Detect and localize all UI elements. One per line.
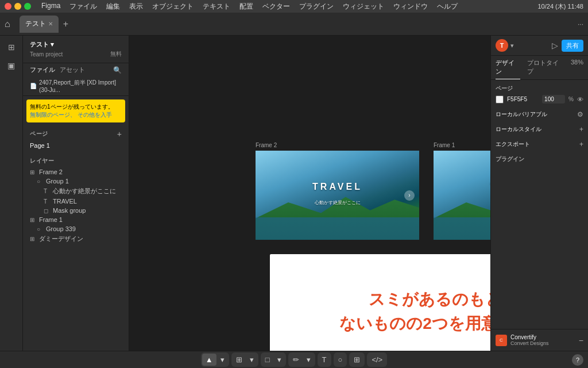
user-avatar[interactable]: T	[496, 39, 508, 52]
code-tool[interactable]: </>	[368, 354, 386, 366]
local-var-icon[interactable]: ⚙	[577, 110, 583, 118]
convertify-plugin: C Convertify Convert Designs −	[496, 334, 583, 346]
component-tool[interactable]: ⊞	[350, 354, 363, 366]
page-1-item[interactable]: Page 1	[30, 141, 122, 150]
layer-frame2-name: Frame 2	[39, 168, 122, 175]
tab-close-icon[interactable]: ✕	[48, 21, 53, 27]
shape-tool-group: □ ▾	[261, 352, 286, 367]
more-icon[interactable]: ···	[578, 20, 583, 28]
close-btn[interactable]	[5, 3, 11, 10]
travel-arrow-1[interactable]: ›	[404, 190, 415, 201]
asset-tab[interactable]: アセット	[60, 66, 85, 74]
frame-tool-chevron[interactable]: ▾	[246, 354, 257, 366]
object-menu[interactable]: オブジェクト	[152, 2, 194, 12]
window-menu[interactable]: ウィンドウ	[393, 2, 428, 12]
canvas[interactable]: Frame 2 Frame 1 TRAVEL 心動かす絶景がここに ›	[129, 36, 490, 351]
help-button[interactable]: ?	[572, 354, 583, 366]
local-style-add[interactable]: +	[579, 125, 583, 133]
file-item[interactable]: 📄 2407,Report_前半 [XD Import] (30-Ju...	[30, 79, 122, 93]
layer-frame2[interactable]: ⊞ Frame 2	[23, 167, 129, 177]
rect-tool[interactable]: □	[262, 354, 273, 366]
layer-mask-name: Mask group	[53, 207, 122, 214]
group339-icon: ○	[37, 226, 44, 232]
big-frame: スミがあるのもと ないものの2つを用意する	[270, 254, 490, 351]
big-text-line1: スミがあるのもと	[369, 288, 491, 312]
project-title[interactable]: テスト ▾	[30, 40, 122, 49]
percent-sign: %	[568, 96, 574, 102]
layer-mask[interactable]: ◻ Mask group	[23, 206, 129, 215]
color-swatch[interactable]	[496, 95, 504, 103]
travel-image-1: TRAVEL 心動かす絶景がここに ›	[256, 151, 419, 240]
page-add-icon[interactable]: +	[117, 129, 122, 139]
text-menu[interactable]: テキスト	[203, 2, 230, 12]
frame-tool[interactable]: ⊞	[233, 354, 246, 366]
plugin-section: C Convertify Convert Designs −	[491, 329, 588, 351]
pen-tool[interactable]: ✏	[289, 354, 303, 366]
arrange-menu[interactable]: 配置	[239, 2, 253, 12]
export-add[interactable]: +	[579, 140, 583, 148]
move-tool-icon[interactable]: ⊞	[6, 40, 17, 54]
help-menu[interactable]: ヘルプ	[437, 2, 458, 12]
vector-menu[interactable]: ベクター	[262, 2, 290, 12]
search-icon[interactable]: 🔍	[113, 66, 122, 74]
pen-tool-group: ✏ ▾	[288, 352, 315, 367]
frame2-canvas: TRAVEL 心動かす絶景がここに ›	[256, 151, 419, 240]
eye-icon[interactable]: 👁	[577, 96, 583, 103]
layer-group1-name: Group 1	[46, 178, 122, 185]
plugin-remove-icon[interactable]: −	[579, 336, 583, 345]
edit-menu[interactable]: 編集	[106, 2, 120, 12]
minimize-btn[interactable]	[14, 3, 21, 10]
select-tool-chevron[interactable]: ▾	[217, 354, 228, 366]
share-button[interactable]: 共有	[562, 40, 583, 52]
figma-menu[interactable]: Figma	[41, 2, 60, 12]
home-icon[interactable]: ⌂	[5, 19, 10, 29]
notif-link2[interactable]: その他を入手	[78, 112, 112, 118]
plugin-section-header: プラグイン	[496, 155, 583, 163]
select-tool[interactable]: ▲	[202, 354, 216, 366]
page-label: ページ	[30, 130, 48, 138]
ellipse-tool[interactable]: ○	[335, 354, 346, 366]
avatar-chevron[interactable]: ▾	[510, 42, 514, 49]
export-label: エクスポート	[496, 140, 576, 148]
layer-travel-name: TRAVEL	[53, 198, 122, 205]
play-icon[interactable]: ▷	[552, 41, 558, 50]
plugin-label: プラグイン	[496, 155, 583, 163]
widget-menu[interactable]: ウィジェット	[343, 2, 384, 12]
file-icon: 📄	[30, 83, 37, 89]
prototype-tab[interactable]: プロトタイプ	[527, 56, 564, 79]
export-row: エクスポート +	[496, 140, 583, 148]
code-tool-group: </>	[367, 352, 387, 367]
frame-tool-group: ⊞ ▾	[231, 352, 258, 367]
plugin-info: Convertify Convert Designs	[510, 334, 575, 346]
layer-travel[interactable]: T TRAVEL	[23, 197, 129, 206]
tab-test[interactable]: テスト ✕	[20, 16, 59, 33]
page-header: ページ +	[30, 129, 122, 139]
rect-tool-chevron[interactable]: ▾	[274, 354, 285, 366]
layer-text1[interactable]: T 心動かす絶景がここに	[23, 186, 129, 197]
pen-tool-chevron[interactable]: ▾	[303, 354, 314, 366]
layer-dummy[interactable]: ⊞ ダミーデザイン	[23, 233, 129, 244]
view-menu[interactable]: 表示	[129, 2, 143, 12]
notif-link1[interactable]: 無制限のページ、	[30, 112, 76, 118]
file-tab[interactable]: ファイル	[30, 66, 55, 74]
layer-group1[interactable]: ○ Group 1	[23, 177, 129, 186]
panel-toggle-icon[interactable]: ▣	[5, 59, 17, 72]
design-tab[interactable]: デザイン	[496, 56, 520, 79]
text-tool[interactable]: T	[319, 354, 330, 366]
plugin-menu[interactable]: プラグイン	[299, 2, 334, 12]
maximize-btn[interactable]	[24, 3, 31, 10]
file-menu[interactable]: ファイル	[69, 2, 97, 12]
opacity-input[interactable]	[542, 95, 565, 103]
layer-group339[interactable]: ○ Group 339	[23, 224, 129, 233]
tab-add-icon[interactable]: +	[63, 19, 68, 29]
color-value: F5F5F5	[507, 96, 539, 102]
plugin-sub: Convert Designs	[510, 340, 575, 346]
travel-sub-1: 心動かす絶景がここに	[315, 200, 361, 206]
zoom-value[interactable]: 38%	[571, 56, 583, 79]
layers-section: レイヤー ⊞ Frame 2 ○ Group 1 T 心動かす絶景がここに T …	[23, 154, 129, 351]
ellipse-tool-group: ○	[334, 352, 347, 367]
right-top-left: T ▾	[496, 39, 514, 52]
plugin-icon: C	[496, 335, 507, 346]
local-style-section: ローカルスタイル +	[496, 125, 583, 133]
layer-frame1[interactable]: ⊞ Frame 1	[23, 215, 129, 224]
